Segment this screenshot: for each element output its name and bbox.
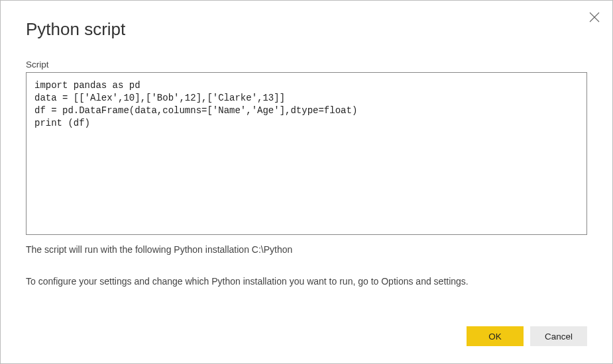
install-path-hint: The script will run with the following P…: [26, 244, 587, 255]
python-script-dialog: Python script Script The script will run…: [0, 0, 613, 364]
close-icon[interactable]: [588, 11, 600, 23]
ok-button[interactable]: OK: [467, 326, 524, 346]
script-input[interactable]: [26, 72, 587, 235]
cancel-button[interactable]: Cancel: [530, 326, 587, 346]
configure-hint: To configure your settings and change wh…: [26, 276, 587, 287]
button-row: OK Cancel: [467, 326, 587, 346]
dialog-title: Python script: [26, 19, 587, 40]
script-field-label: Script: [26, 60, 587, 69]
